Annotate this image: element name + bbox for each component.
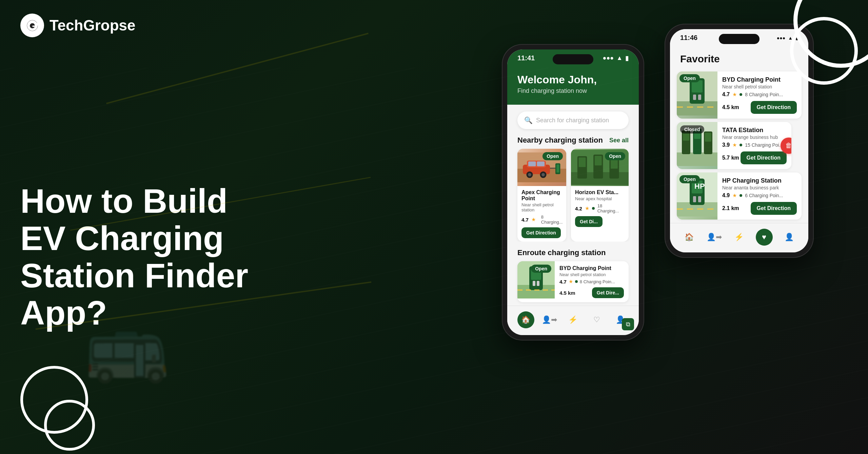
deco-circle-bottom-left-inner xyxy=(44,400,95,451)
deco-circle-top-right-inner xyxy=(790,17,858,85)
dynamic-island-2 xyxy=(719,34,760,44)
brand-name: TechGropse xyxy=(50,17,135,34)
truck-silhouette: 🚌 xyxy=(85,307,170,386)
phone2-time: 11:46 xyxy=(680,34,697,42)
signal-icon: ●●● xyxy=(603,55,614,62)
phone2-header: Favorite xyxy=(670,46,808,68)
battery-icon: ▮ xyxy=(625,55,629,62)
phone1-time: 11:41 xyxy=(517,54,535,62)
logo-icon xyxy=(20,14,44,37)
signal-icon-2: ●●● xyxy=(777,35,785,41)
dynamic-island-1 xyxy=(553,54,593,64)
phone1-status-icons: ●●● ▲ ▮ xyxy=(603,55,629,62)
road-texture xyxy=(0,68,868,454)
wifi-icon: ▲ xyxy=(616,55,623,62)
favorites-title: Favorite xyxy=(680,53,720,64)
logo-area: TechGropse xyxy=(20,14,135,37)
